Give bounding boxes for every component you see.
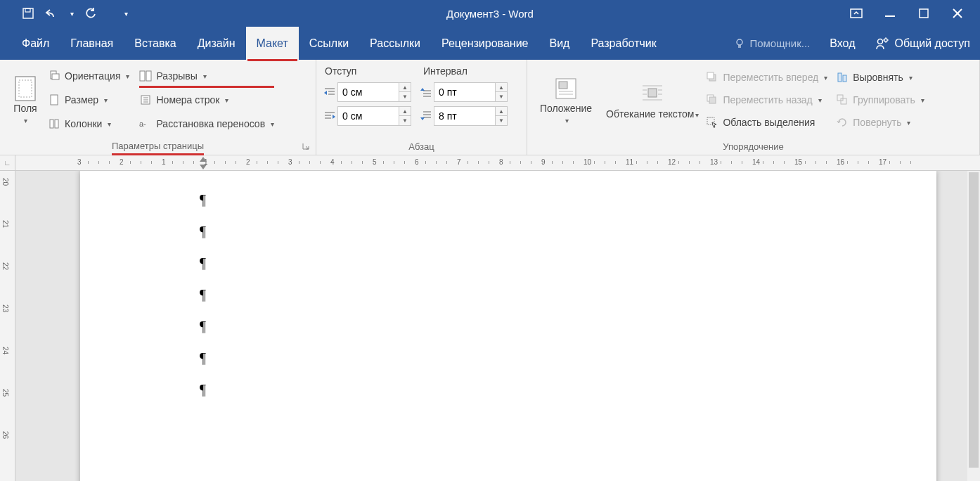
position-icon: [553, 76, 579, 101]
columns-button[interactable]: Колонки▾: [48, 115, 129, 133]
spacing-after-input[interactable]: [434, 106, 496, 126]
send-backward-icon: [706, 94, 718, 106]
indent-label: Отступ: [322, 65, 423, 77]
spacing-label: Интервал: [423, 65, 468, 77]
svg-rect-20: [51, 95, 58, 105]
document-area: 20212223242526 ¶ ¶ ¶ ¶ ¶ ¶ ¶: [0, 171, 980, 481]
horizontal-ruler[interactable]: 3211234567891011121314151617: [15, 155, 980, 171]
quick-access-toolbar: ▾ ▾: [0, 6, 128, 20]
svg-point-11: [884, 38, 886, 41]
group-label-page-setup: Параметры страницы: [0, 138, 316, 155]
svg-rect-54: [707, 72, 714, 79]
vertical-scrollbar[interactable]: [967, 171, 980, 481]
ribbon: Поля▾ Ориентация▾ Размер▾ Колонки▾: [0, 60, 980, 155]
indent-left-icon: [322, 84, 337, 100]
share-button[interactable]: Общий доступ: [865, 27, 981, 60]
line-numbers-button[interactable]: Номера строк▾: [139, 91, 274, 109]
group-label-arrange: Упорядочение: [527, 138, 979, 155]
window-controls: [849, 6, 980, 20]
svg-rect-0: [23, 8, 33, 18]
lightbulb-icon: [734, 38, 745, 49]
rotate-button[interactable]: Повернуть▾: [836, 113, 924, 132]
tab-file[interactable]: Файл: [11, 27, 60, 60]
tab-developer[interactable]: Разработчик: [580, 27, 666, 60]
save-icon[interactable]: [21, 6, 35, 20]
title-bar: ▾ ▾ Документ3 - Word: [0, 0, 980, 27]
align-icon: [836, 71, 849, 84]
page-viewport[interactable]: ¶ ¶ ¶ ¶ ¶ ¶ ¶: [15, 171, 980, 481]
position-button[interactable]: Положение▾: [533, 64, 599, 138]
undo-icon[interactable]: [45, 6, 59, 20]
hyphenation-icon: a-: [139, 117, 152, 130]
spacing-before-input[interactable]: [434, 82, 496, 102]
group-paragraph: Отступ Интервал ▲▼ ▲▼: [316, 60, 527, 155]
rotate-icon: [836, 116, 849, 129]
indent-left-input[interactable]: [337, 82, 399, 102]
size-icon: [48, 94, 60, 106]
margins-icon: [13, 76, 38, 101]
svg-rect-23: [140, 71, 145, 81]
tell-me-search[interactable]: Помощник...: [724, 37, 820, 49]
align-button[interactable]: Выровнять▾: [836, 68, 924, 86]
maximize-icon[interactable]: [917, 6, 931, 20]
document-page: ¶ ¶ ¶ ¶ ¶ ¶ ¶: [80, 171, 936, 481]
tab-mailings[interactable]: Рассылки: [359, 27, 431, 60]
tab-insert[interactable]: Вставка: [124, 27, 186, 60]
tab-home[interactable]: Главная: [60, 27, 124, 60]
hyphenation-button[interactable]: a- Расстановка переносов▾: [139, 115, 274, 133]
group-page-setup: Поля▾ Ориентация▾ Размер▾ Колонки▾: [0, 60, 316, 155]
close-icon[interactable]: [950, 6, 965, 20]
page-setup-launcher[interactable]: [302, 142, 311, 152]
tab-design[interactable]: Дизайн: [187, 27, 246, 60]
signin-button[interactable]: Вход: [820, 37, 865, 50]
svg-rect-24: [146, 71, 151, 81]
group-button[interactable]: Группировать▾: [836, 91, 924, 109]
scrollbar-thumb[interactable]: [969, 172, 979, 468]
breaks-button[interactable]: Разрывы▾: [139, 67, 274, 85]
ruler-corner-row: ∟ 3211234567891011121314151617: [0, 155, 980, 171]
group-icon: [836, 94, 849, 106]
svg-rect-60: [837, 95, 843, 101]
indent-right-icon: [322, 108, 337, 124]
ribbon-tabs: Файл Главная Вставка Дизайн Макет Ссылки…: [0, 27, 980, 60]
line-numbers-icon: [139, 94, 152, 106]
indent-right-input[interactable]: [337, 106, 399, 126]
margins-button[interactable]: Поля▾: [6, 64, 45, 138]
send-backward-button[interactable]: Переместить назад▾: [706, 91, 827, 109]
ribbon-options-icon[interactable]: [849, 6, 863, 20]
svg-rect-43: [559, 82, 567, 89]
window-title: Документ3 - Word: [446, 8, 534, 20]
svg-rect-19: [52, 74, 59, 79]
svg-point-7: [737, 39, 742, 45]
redo-icon[interactable]: [84, 6, 98, 20]
svg-rect-58: [838, 73, 842, 82]
orientation-button[interactable]: Ориентация▾: [48, 67, 129, 85]
vertical-ruler[interactable]: 20212223242526: [0, 171, 15, 481]
indent-right-spinner[interactable]: ▲▼: [322, 106, 411, 126]
spacing-after-spinner[interactable]: ▲▼: [418, 106, 508, 126]
spacing-before-spinner[interactable]: ▲▼: [418, 82, 508, 102]
svg-text:a-: a-: [139, 120, 146, 128]
tab-review[interactable]: Рецензирование: [431, 27, 539, 60]
tab-layout[interactable]: Макет: [246, 27, 299, 60]
columns-icon: [48, 117, 60, 130]
ruler-corner: ∟: [0, 155, 15, 171]
selection-pane-button[interactable]: Область выделения: [706, 113, 827, 132]
group-arrange: Положение▾ Обтекание текстом▾ Переместит…: [527, 60, 980, 155]
svg-point-10: [877, 39, 882, 44]
orientation-icon: [48, 70, 60, 82]
svg-rect-46: [648, 89, 657, 97]
group-label-paragraph: Абзац: [316, 138, 527, 155]
minimize-icon[interactable]: [883, 6, 897, 20]
wrap-text-button[interactable]: Обтекание текстом▾: [599, 64, 706, 138]
svg-rect-59: [843, 75, 846, 82]
bring-forward-button[interactable]: Переместить вперед▾: [706, 68, 827, 86]
tell-me-label: Помощник...: [749, 37, 810, 49]
tab-view[interactable]: Вид: [539, 27, 580, 60]
tab-references[interactable]: Ссылки: [299, 27, 359, 60]
svg-rect-22: [55, 120, 58, 128]
bring-forward-icon: [706, 71, 718, 84]
spacing-before-icon: [418, 84, 434, 100]
size-button[interactable]: Размер▾: [48, 91, 129, 109]
indent-left-spinner[interactable]: ▲▼: [322, 82, 411, 102]
